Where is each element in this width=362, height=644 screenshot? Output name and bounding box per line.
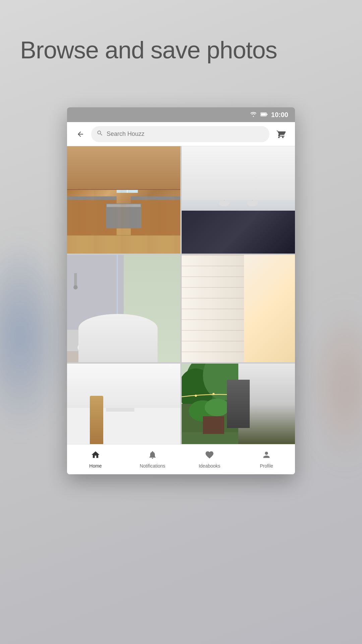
svg-rect-62	[182, 332, 252, 334]
svg-rect-18	[106, 204, 141, 228]
svg-rect-71	[189, 287, 194, 304]
svg-rect-77	[252, 345, 256, 362]
svg-rect-28	[182, 179, 295, 197]
svg-rect-27	[251, 146, 293, 177]
svg-rect-37	[244, 243, 254, 244]
svg-rect-93	[106, 405, 134, 412]
svg-rect-35	[226, 243, 237, 244]
svg-rect-65	[190, 261, 194, 277]
svg-point-52	[79, 336, 147, 356]
svg-rect-48	[129, 259, 172, 309]
svg-rect-36	[245, 228, 252, 243]
svg-rect-70	[185, 285, 189, 304]
svg-rect-87	[143, 364, 164, 391]
search-field-wrapper[interactable]	[91, 126, 269, 142]
back-button[interactable]	[74, 127, 87, 141]
svg-rect-88	[67, 394, 180, 405]
svg-rect-91	[118, 397, 120, 409]
svg-rect-69	[235, 256, 243, 272]
search-input[interactable]	[107, 130, 264, 138]
nav-home[interactable]: Home	[67, 444, 124, 474]
svg-point-106	[195, 395, 197, 397]
svg-rect-75	[182, 340, 259, 345]
svg-rect-19	[107, 204, 140, 207]
svg-rect-104	[267, 379, 278, 393]
svg-rect-95	[86, 398, 88, 406]
svg-rect-68	[231, 263, 240, 271]
svg-rect-11	[138, 146, 180, 172]
svg-rect-61	[182, 305, 252, 308]
svg-point-109	[248, 394, 250, 396]
svg-rect-97	[94, 397, 96, 406]
svg-point-51	[78, 335, 148, 360]
svg-text:M: M	[129, 346, 135, 354]
svg-rect-105	[251, 400, 261, 414]
svg-rect-85	[106, 364, 141, 392]
nav-ideabooks[interactable]: Ideabooks	[181, 444, 238, 474]
svg-rect-116	[203, 416, 224, 434]
bottom-navigation: Home Notifications Ideabooks	[67, 444, 295, 474]
person-icon	[262, 450, 271, 461]
svg-rect-44	[67, 255, 124, 330]
nav-profile-label: Profile	[260, 463, 273, 469]
svg-rect-12	[113, 146, 141, 161]
svg-rect-26	[217, 146, 249, 177]
svg-point-47	[73, 285, 78, 289]
battery-icon	[260, 111, 268, 118]
svg-rect-1	[266, 114, 267, 115]
svg-rect-72	[194, 284, 198, 304]
svg-rect-56	[182, 255, 295, 362]
svg-rect-38	[182, 244, 295, 254]
svg-rect-45	[117, 255, 118, 330]
photo-bookshelf[interactable]	[182, 255, 295, 362]
svg-rect-32	[210, 228, 217, 243]
nav-ideabooks-label: Ideabooks	[199, 463, 221, 469]
svg-rect-103	[251, 379, 261, 393]
search-icon	[97, 130, 103, 138]
nav-notifications[interactable]: Notifications	[124, 444, 181, 474]
nav-notifications-label: Notifications	[140, 463, 165, 469]
photo-grid: M	[67, 146, 295, 444]
svg-rect-15	[131, 196, 180, 200]
phone-frame: 10:00	[67, 107, 295, 474]
bell-icon	[148, 450, 157, 461]
svg-rect-96	[90, 399, 92, 406]
svg-rect-76	[185, 345, 190, 362]
svg-rect-78	[228, 347, 247, 359]
home-icon	[91, 450, 100, 461]
svg-rect-9	[67, 146, 86, 171]
svg-rect-54	[124, 340, 138, 360]
svg-rect-89	[67, 404, 180, 408]
photo-bathroom[interactable]: M	[67, 255, 180, 362]
svg-rect-86	[143, 364, 180, 393]
photo-outdoor-garden[interactable]	[182, 364, 295, 444]
nav-home-label: Home	[89, 463, 102, 469]
svg-rect-24	[182, 146, 295, 179]
svg-rect-25	[183, 146, 215, 177]
svg-rect-66	[194, 257, 199, 277]
svg-rect-84	[69, 364, 104, 392]
svg-rect-8	[67, 146, 110, 172]
svg-rect-79	[189, 333, 199, 340]
svg-rect-3	[67, 207, 180, 254]
photo-kitchen-wood[interactable]	[67, 146, 180, 254]
svg-rect-17	[131, 200, 180, 235]
photo-kitchen-white[interactable]	[182, 146, 295, 254]
bg-decoration-left	[0, 235, 67, 436]
svg-rect-94	[138, 408, 173, 436]
svg-point-23	[233, 149, 244, 159]
status-time: 10:00	[271, 111, 288, 119]
page-title: Browse and save photos	[20, 37, 277, 63]
svg-point-42	[247, 201, 258, 206]
svg-rect-83	[67, 364, 180, 393]
heart-icon	[205, 450, 214, 461]
svg-rect-34	[228, 228, 235, 243]
svg-rect-81	[189, 324, 199, 328]
cart-button[interactable]	[274, 127, 288, 142]
nav-profile[interactable]: Profile	[238, 444, 295, 474]
svg-rect-29	[182, 196, 295, 200]
svg-rect-10	[87, 146, 109, 171]
svg-rect-33	[208, 243, 219, 244]
photo-white-kitchen-2[interactable]	[67, 364, 180, 444]
svg-point-115	[205, 398, 230, 416]
